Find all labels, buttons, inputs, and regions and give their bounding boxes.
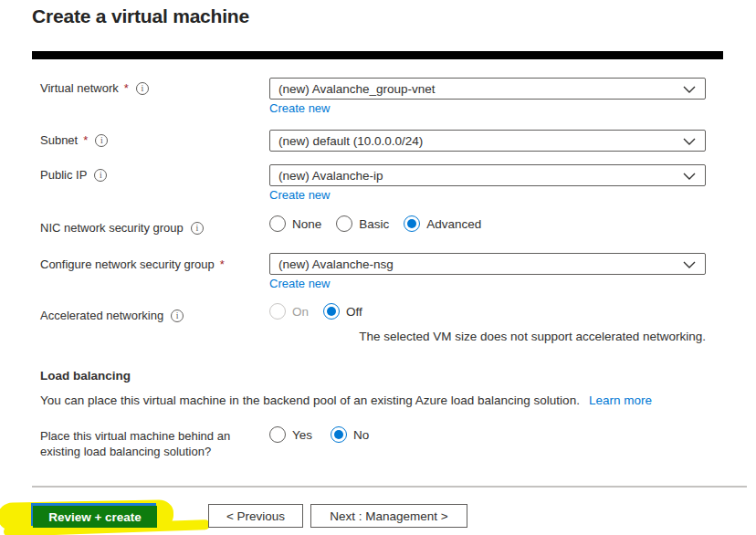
accelerated-option-off[interactable]: Off — [323, 303, 362, 320]
redaction-bar — [32, 51, 723, 59]
nic-nsg-none-label: None — [292, 217, 321, 231]
radio-selected-icon[interactable] — [404, 215, 420, 232]
chevron-down-icon — [683, 261, 696, 268]
yes-label: Yes — [292, 428, 312, 442]
nic-nsg-option-basic[interactable]: Basic — [336, 215, 389, 232]
nic-nsg-advanced-label: Advanced — [426, 217, 481, 231]
virtual-network-select[interactable]: (new) Avalanche_group-vnet — [269, 78, 706, 100]
load-balancing-description-text: You can place this virtual machine in th… — [40, 393, 580, 407]
accelerated-networking-note: The selected VM size does not support ac… — [359, 330, 706, 343]
nic-nsg-radio-group: None Basic Advanced — [269, 215, 496, 232]
info-icon[interactable]: i — [191, 222, 204, 235]
configure-nsg-label-text: Configure network security group — [40, 257, 215, 271]
question-line1: Place this virtual machine behind an — [40, 428, 268, 444]
virtual-network-label-text: Virtual network — [40, 81, 119, 95]
load-balancing-option-no[interactable]: No — [331, 426, 369, 443]
required-asterisk: * — [83, 133, 88, 147]
radio-unselected-icon[interactable] — [336, 215, 352, 232]
subnet-value: (new) default (10.0.0.0/24) — [278, 134, 423, 148]
load-balancing-heading: Load balancing — [40, 369, 131, 383]
accelerated-on-label: On — [292, 305, 309, 319]
public-ip-select[interactable]: (new) Avalanche-ip — [269, 164, 706, 186]
chevron-down-icon — [683, 86, 696, 93]
chevron-down-icon — [683, 173, 696, 180]
configure-nsg-label: Configure network security group* — [40, 257, 225, 271]
nic-nsg-label-text: NIC network security group — [40, 221, 184, 235]
nic-nsg-option-advanced[interactable]: Advanced — [404, 215, 481, 232]
learn-more-link[interactable]: Learn more — [589, 393, 652, 407]
accelerated-option-on: On — [269, 303, 309, 320]
accelerated-networking-label-text: Accelerated networking — [40, 309, 163, 322]
info-icon[interactable]: i — [136, 82, 149, 95]
review-create-button[interactable]: Review + create — [33, 506, 157, 528]
info-icon[interactable]: i — [171, 309, 184, 322]
question-line2: existing load balancing solution? — [40, 444, 268, 459]
radio-disabled-icon — [269, 303, 286, 320]
previous-button[interactable]: < Previous — [208, 504, 303, 528]
footer-divider — [32, 486, 747, 488]
nic-nsg-basic-label: Basic — [359, 217, 389, 231]
accelerated-off-label: Off — [346, 305, 362, 319]
virtual-network-create-new-link[interactable]: Create new — [269, 101, 330, 115]
required-asterisk: * — [220, 257, 225, 271]
load-balancing-option-yes[interactable]: Yes — [269, 426, 312, 443]
configure-nsg-create-new-link[interactable]: Create new — [269, 277, 330, 290]
load-balancing-radio-group: Yes No — [269, 426, 383, 443]
public-ip-value: (new) Avalanche-ip — [278, 169, 383, 183]
info-icon[interactable]: i — [94, 169, 107, 182]
public-ip-create-new-link[interactable]: Create new — [269, 188, 330, 202]
radio-selected-icon[interactable] — [323, 303, 340, 320]
page-title: Create a virtual machine — [32, 5, 249, 27]
nic-nsg-label: NIC network security group i — [40, 221, 204, 235]
subnet-label: Subnet* i — [40, 133, 108, 147]
subnet-label-text: Subnet — [40, 133, 78, 147]
no-label: No — [353, 428, 369, 442]
chevron-down-icon — [683, 138, 696, 145]
configure-nsg-value: (new) Avalanche-nsg — [278, 257, 394, 271]
public-ip-label-text: Public IP — [40, 168, 87, 182]
radio-unselected-icon[interactable] — [269, 426, 286, 443]
required-asterisk: * — [124, 81, 129, 95]
virtual-network-label: Virtual network* i — [40, 81, 149, 95]
configure-nsg-select[interactable]: (new) Avalanche-nsg — [269, 253, 706, 275]
subnet-select[interactable]: (new) default (10.0.0.0/24) — [269, 130, 706, 152]
accelerated-networking-radio-group: On Off — [269, 303, 377, 320]
radio-unselected-icon[interactable] — [269, 215, 286, 232]
virtual-network-value: (new) Avalanche_group-vnet — [278, 82, 436, 96]
accelerated-networking-label: Accelerated networking i — [40, 309, 184, 322]
info-icon[interactable]: i — [95, 134, 108, 147]
nic-nsg-option-none[interactable]: None — [269, 215, 321, 232]
load-balancing-description: You can place this virtual machine in th… — [40, 393, 652, 407]
next-management-button[interactable]: Next : Management > — [310, 504, 467, 528]
radio-selected-icon[interactable] — [331, 426, 347, 443]
public-ip-label: Public IP i — [40, 168, 107, 182]
load-balancing-question-label: Place this virtual machine behind an exi… — [40, 428, 268, 459]
